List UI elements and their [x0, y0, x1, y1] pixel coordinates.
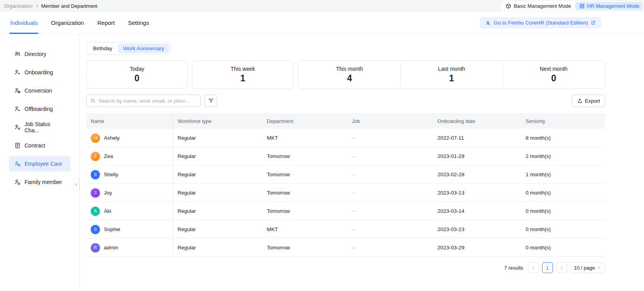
- department-cell: Tomorrow: [263, 208, 347, 214]
- onboarding-icon: [14, 69, 21, 75]
- employee-name: Ashely: [104, 135, 120, 141]
- stat-card-this-week: This week 1: [192, 60, 293, 89]
- onboarding-date-cell: 2023-03-23: [433, 226, 521, 232]
- employee-name: Shelly: [104, 172, 118, 177]
- export-button[interactable]: Export: [572, 95, 605, 107]
- go-to-feishu-corehr-link[interactable]: Go to Feishu CoreHR (Standard Edition): [480, 17, 601, 28]
- seniority-cell: 2 month(s): [521, 153, 605, 159]
- avatar: Z: [91, 152, 100, 161]
- column-header-onboarding-date: Onboarding date: [433, 118, 521, 124]
- tabs: Individuals Organization Report Settings: [9, 12, 150, 34]
- stat-value: 4: [347, 73, 352, 84]
- workforce-type-cell: Regular: [173, 245, 262, 251]
- stat-card-months: This month 4 Last month 1 Next month 0: [298, 60, 605, 89]
- sidebar-item-employee-care[interactable]: Employee Care: [9, 156, 70, 172]
- view-toggle: Birthday Work Anniversary: [86, 42, 171, 55]
- stat-label: This week: [230, 66, 255, 72]
- work-anniversary-toggle[interactable]: Work Anniversary: [118, 44, 170, 53]
- employee-care-icon: [14, 161, 21, 167]
- seniority-cell: 8 month(s): [521, 135, 605, 141]
- job-status-change-icon: [14, 124, 21, 130]
- page-size-value: 10 / page: [574, 265, 595, 271]
- table-row[interactable]: J Joy Regular Tomorrow -- 2023-03-13 0 m…: [86, 184, 605, 202]
- breadcrumb: Organization Member and Department: [4, 3, 97, 9]
- export-icon: [577, 98, 583, 103]
- sidebar-collapse-handle[interactable]: [74, 177, 79, 191]
- sidebar-item-contract[interactable]: Contract: [9, 138, 70, 153]
- employee-name: admin: [104, 245, 118, 251]
- workforce-type-cell: Regular: [173, 208, 262, 214]
- sidebar-item-label: Directory: [25, 51, 46, 57]
- stat-segment-next-month: Next month 0: [503, 61, 605, 89]
- sidebar-item-offboarding[interactable]: Offboarding: [9, 101, 70, 117]
- tab-bar: Individuals Organization Report Settings…: [0, 12, 644, 34]
- filter-button[interactable]: [205, 95, 217, 107]
- sidebar-item-label: Job Status Cha...: [25, 121, 65, 133]
- previous-page-button[interactable]: [528, 262, 539, 273]
- topbar: Organization Member and Department Basic…: [0, 0, 644, 12]
- tab-report[interactable]: Report: [97, 12, 116, 34]
- table-row[interactable]: 小龚 Ashely Regular MKT -- 2022-07-11 8 mo…: [86, 129, 605, 147]
- job-cell: --: [347, 226, 433, 232]
- sidebar: Directory Onboarding Conversion Offboard…: [0, 34, 80, 291]
- sidebar-item-directory[interactable]: Directory: [9, 46, 70, 62]
- breadcrumb-organization[interactable]: Organization: [4, 3, 33, 9]
- tab-individuals[interactable]: Individuals: [9, 12, 39, 34]
- workforce-type-cell: Regular: [173, 153, 262, 159]
- offboarding-icon: [14, 106, 21, 112]
- sidebar-item-label: Onboarding: [25, 69, 53, 75]
- sidebar-item-job-status-change[interactable]: Job Status Cha...: [9, 119, 70, 135]
- sidebar-item-label: Family member: [25, 179, 62, 185]
- onboarding-date-cell: 2023-03-13: [433, 190, 521, 196]
- seniority-cell: 0 month(s): [521, 245, 605, 251]
- table-header: Name Workforce type Department Job Onboa…: [86, 113, 605, 129]
- tab-organization[interactable]: Organization: [50, 12, 85, 34]
- seniority-cell: 1 month(s): [521, 172, 605, 177]
- page-1-button[interactable]: 1: [542, 262, 553, 273]
- job-cell: --: [347, 172, 433, 177]
- people-grid-icon: [579, 3, 585, 9]
- results-count: 7 results: [504, 265, 523, 271]
- onboarding-date-cell: 2022-07-11: [433, 135, 521, 141]
- stat-value: 0: [551, 73, 556, 84]
- chevron-right-icon: [35, 4, 39, 8]
- sidebar-item-family-member[interactable]: Family member: [9, 174, 70, 190]
- sidebar-item-onboarding[interactable]: Onboarding: [9, 65, 70, 80]
- search-box: [86, 95, 201, 107]
- search-input[interactable]: [98, 98, 197, 104]
- workforce-type-cell: Regular: [173, 135, 262, 141]
- seniority-cell: 0 month(s): [521, 208, 605, 214]
- onboarding-date-cell: 2023-03-14: [433, 208, 521, 214]
- avatar: R: [91, 243, 100, 252]
- family-member-icon: [14, 179, 21, 185]
- onboarding-date-cell: 2023-01-29: [433, 153, 521, 159]
- workforce-type-cell: Regular: [173, 172, 262, 177]
- sidebar-item-label: Contract: [25, 142, 45, 149]
- stat-segment-this-month: This month 4: [298, 61, 400, 89]
- hr-management-mode-button[interactable]: HR Management Mode: [575, 2, 643, 10]
- column-header-name: Name: [86, 113, 173, 129]
- birthday-toggle[interactable]: Birthday: [88, 44, 118, 53]
- onboarding-date-cell: 2023-03-29: [433, 245, 521, 251]
- next-page-button[interactable]: [556, 262, 567, 273]
- sidebar-item-conversion[interactable]: Conversion: [9, 83, 70, 98]
- table-row[interactable]: R admin Regular Tomorrow -- 2023-03-29 0…: [86, 238, 605, 257]
- main-area: Directory Onboarding Conversion Offboard…: [0, 34, 644, 291]
- workforce-type-cell: Regular: [173, 190, 262, 196]
- table-row[interactable]: A Aki Regular Tomorrow -- 2023-03-14 0 m…: [86, 202, 605, 220]
- stat-card-today: Today 0: [86, 60, 188, 89]
- basic-management-mode-button[interactable]: Basic Management Mode: [502, 2, 575, 10]
- content: Birthday Work Anniversary Today 0 This w…: [80, 34, 644, 291]
- stat-label: Next month: [540, 66, 568, 72]
- department-cell: MKT: [263, 135, 347, 141]
- table-row[interactable]: Z Zea Regular Tomorrow -- 2023-01-29 2 m…: [86, 147, 605, 165]
- column-header-workforce-type: Workforce type: [173, 118, 262, 124]
- page-size-select[interactable]: 10 / page: [570, 262, 605, 273]
- department-cell: Tomorrow: [263, 172, 347, 177]
- table-row[interactable]: S Sophie Regular MKT -- 2023-03-23 0 mon…: [86, 220, 605, 238]
- stat-value: 1: [449, 73, 454, 84]
- table-row[interactable]: S Shelly Regular Tomorrow -- 2023-02-28 …: [86, 165, 605, 184]
- tab-settings[interactable]: Settings: [127, 12, 150, 34]
- seniority-cell: 0 month(s): [521, 190, 605, 196]
- basic-mode-label: Basic Management Mode: [514, 3, 571, 9]
